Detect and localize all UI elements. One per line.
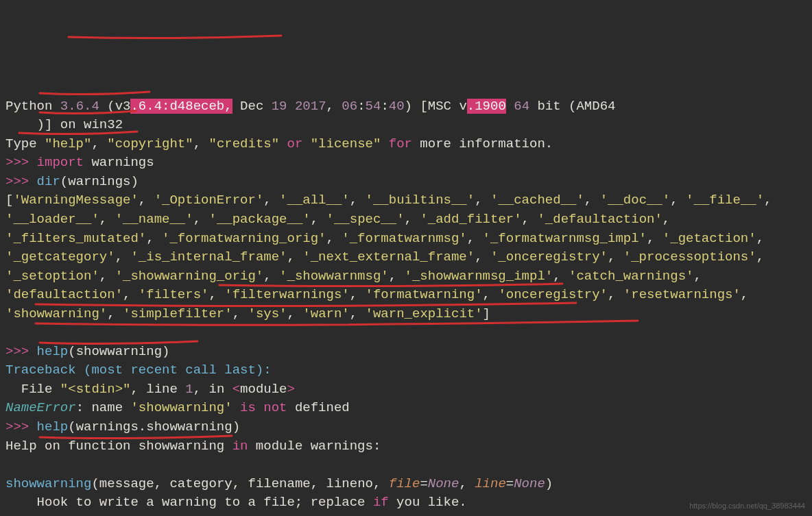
import-line: >>> import warnings (5, 155, 154, 170)
prompt: >>> (5, 155, 37, 170)
name-error-line: NameError: name 'showwarning' is not def… (5, 400, 350, 415)
type-help-line: Type "help", "copyright", "credits" or "… (5, 136, 553, 151)
highlight-version: .6.4:d48eceb, (130, 99, 232, 114)
traceback-header: Traceback (most recent call last): (5, 363, 272, 378)
dir-output-list: ['WarningMessage', '_OptionError', '__al… (5, 191, 807, 323)
highlight-msc: .1900 (467, 99, 506, 114)
prompt: >>> (5, 344, 37, 359)
help-showwarning-line: >>> help(showwarning) (5, 344, 169, 359)
help-warnings-showwarning-line: >>> help(warnings.showwarning) (5, 419, 240, 434)
hook-doc-line: Hook to write a warning to a file; repla… (5, 495, 467, 510)
dir-line: >>> dir(warnings) (5, 174, 139, 189)
terminal-output: Python 3.6.4 (v3.6.4:d48eceb, Dec 19 201… (5, 78, 807, 513)
prompt: >>> (5, 174, 37, 189)
watermark: https://blog.csdn.net/qq_38983444 (689, 501, 805, 512)
help-output-header: Help on function showwarning in module w… (5, 439, 381, 454)
prompt: >>> (5, 419, 37, 434)
traceback-file-line: File "<stdin>", line 1, in <module> (5, 382, 295, 397)
showwarning-signature: showwarning(message, category, filename,… (5, 476, 553, 491)
python-version-line: Python 3.6.4 (v3.6.4:d48eceb, Dec 19 201… (5, 99, 615, 114)
